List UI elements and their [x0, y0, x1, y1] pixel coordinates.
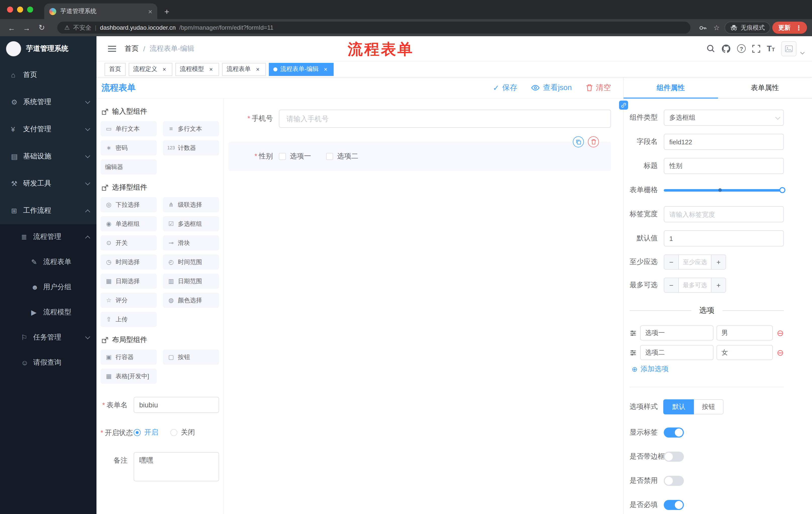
sidebar-item-workflow[interactable]: ⊞ 工作流程 — [0, 197, 96, 224]
reload-icon[interactable]: ↻ — [35, 21, 48, 34]
breadcrumb-home[interactable]: 首页 — [125, 44, 139, 53]
sidebar-item-process-model[interactable]: ▶ 流程模型 — [0, 300, 96, 325]
search-icon[interactable] — [706, 44, 715, 53]
min-select-input[interactable] — [679, 255, 711, 269]
option-value-input[interactable] — [717, 345, 773, 360]
max-select-input[interactable] — [679, 278, 711, 292]
sidebar-item-process-form[interactable]: ✎ 流程表单 — [0, 249, 96, 275]
label-width-input[interactable] — [664, 206, 784, 222]
palette-item-counter[interactable]: 123计数器 — [163, 140, 219, 155]
design-canvas[interactable]: 手机号 性别 — [224, 99, 623, 514]
tag-process-definition[interactable]: 流程定义 × — [128, 63, 172, 76]
plus-icon[interactable]: + — [711, 255, 726, 269]
sidebar-item-dev-tools[interactable]: ⚒ 研发工具 — [0, 170, 96, 197]
palette-item-textarea[interactable]: ≡多行文本 — [163, 121, 219, 136]
sidebar-logo[interactable]: 芋道管理系统 — [0, 36, 96, 61]
palette-item-input-text[interactable]: ▭单行文本 — [100, 121, 157, 136]
palette-item-row-container[interactable]: ▣行容器 — [100, 350, 157, 364]
component-type-select[interactable] — [664, 110, 784, 126]
drag-handle-icon[interactable] — [630, 330, 637, 336]
close-icon[interactable]: × — [207, 65, 214, 73]
new-tab-button[interactable]: + — [157, 7, 169, 19]
palette-item-time-range[interactable]: ◴时间范围 — [163, 254, 219, 270]
grid-slider[interactable] — [664, 182, 784, 198]
fullscreen-icon[interactable] — [752, 45, 760, 53]
minus-icon[interactable]: − — [664, 255, 679, 269]
avatar-caret-icon[interactable] — [801, 50, 805, 54]
font-size-icon[interactable]: TT — [767, 45, 775, 53]
minimize-window-button[interactable] — [17, 6, 23, 12]
field-phone[interactable]: 手机号 — [229, 110, 611, 128]
palette-item-select[interactable]: ◎下拉选择 — [100, 197, 157, 212]
show-label-toggle[interactable] — [664, 428, 684, 437]
github-icon[interactable] — [722, 44, 731, 53]
view-json-button[interactable]: 查看json — [531, 83, 572, 92]
palette-item-rich-editor[interactable]: 编辑器 — [100, 159, 157, 174]
bookmark-star-icon[interactable]: ☆ — [710, 22, 723, 34]
avatar[interactable] — [781, 41, 796, 56]
link-icon[interactable] — [619, 101, 628, 110]
delete-field-button[interactable] — [588, 136, 599, 147]
minus-icon[interactable]: − — [664, 278, 679, 292]
close-icon[interactable]: × — [161, 65, 168, 73]
palette-item-upload[interactable]: ⇧上传 — [100, 312, 157, 327]
plus-icon[interactable]: + — [711, 278, 726, 292]
sidebar-item-home[interactable]: ⌂ 首页 — [0, 61, 96, 88]
sidebar-item-system[interactable]: ⚙ 系统管理 — [0, 88, 96, 116]
palette-item-time-picker[interactable]: ◷时间选择 — [100, 254, 157, 270]
key-icon[interactable] — [696, 22, 708, 34]
remove-option-icon[interactable]: ⊖ — [777, 329, 784, 337]
option-name-input[interactable] — [640, 325, 714, 341]
checkbox-option-1[interactable]: 选项一 — [279, 152, 311, 161]
tag-process-model[interactable]: 流程模型 × — [175, 63, 219, 76]
drag-handle-icon[interactable] — [630, 349, 637, 356]
tag-home[interactable]: 首页 — [105, 63, 126, 76]
slider-track[interactable] — [664, 189, 784, 191]
palette-item-cascader[interactable]: ⋔级联选择 — [163, 197, 219, 212]
clear-button[interactable]: 清空 — [586, 83, 611, 92]
close-icon[interactable]: × — [322, 65, 329, 73]
max-select-stepper[interactable]: − + — [664, 278, 726, 293]
help-icon[interactable]: ? — [737, 44, 746, 53]
disabled-toggle[interactable] — [664, 476, 684, 486]
sidebar-item-process-management[interactable]: ≣ 流程管理 — [0, 224, 96, 249]
option-name-input[interactable] — [640, 345, 714, 360]
remove-option-icon[interactable]: ⊖ — [777, 348, 784, 357]
status-radio-on[interactable]: 开启 — [134, 428, 158, 437]
field-phone-input[interactable] — [279, 110, 611, 128]
close-icon[interactable]: × — [254, 65, 261, 73]
tab-component-props[interactable]: 组件属性 — [624, 77, 718, 98]
zoom-window-button[interactable] — [27, 6, 33, 12]
form-name-input[interactable] — [134, 397, 219, 413]
checkbox-icon[interactable] — [279, 153, 286, 160]
browser-menu-icon[interactable]: ⋮ — [792, 24, 805, 31]
palette-item-checkbox-group[interactable]: ☑多选框组 — [163, 216, 219, 231]
update-button[interactable]: 更新 ⋮ — [772, 22, 807, 34]
save-button[interactable]: ✓ 保存 — [493, 83, 517, 92]
checkbox-icon[interactable] — [326, 153, 333, 160]
palette-item-date-range[interactable]: ▥日期范围 — [163, 274, 219, 289]
palette-item-table[interactable]: ▦表格[开发中] — [100, 369, 157, 384]
tab-form-props[interactable]: 表单属性 — [718, 77, 812, 98]
sidebar-item-user-group[interactable]: ☻ 用户分组 — [0, 275, 96, 300]
add-option-button[interactable]: ⊕ 添加选项 — [632, 364, 784, 374]
copy-field-button[interactable] — [573, 136, 584, 147]
sidebar-item-infrastructure[interactable]: ▤ 基础设施 — [0, 143, 96, 170]
close-window-button[interactable] — [7, 6, 13, 12]
border-toggle[interactable] — [664, 452, 684, 462]
back-icon[interactable]: ← — [5, 21, 18, 34]
forward-icon[interactable]: → — [20, 21, 33, 34]
status-radio-off[interactable]: 关闭 — [170, 428, 195, 437]
field-gender-selected[interactable]: 性别 选项一 选项二 — [229, 142, 611, 171]
checkbox-option-2[interactable]: 选项二 — [326, 152, 358, 161]
sidebar-item-payment[interactable]: ¥ 支付管理 — [0, 116, 96, 143]
sidebar-item-leave-query[interactable]: ☺ 请假查询 — [0, 350, 96, 375]
palette-item-password[interactable]: ∗密码 — [100, 140, 157, 155]
style-button-button[interactable]: 按钮 — [694, 399, 724, 414]
style-default-button[interactable]: 默认 — [664, 399, 694, 414]
palette-item-date-picker[interactable]: ▦日期选择 — [100, 274, 157, 289]
slider-handle[interactable] — [779, 187, 785, 193]
palette-item-rate[interactable]: ☆评分 — [100, 293, 157, 308]
palette-item-color-picker[interactable]: ◍颜色选择 — [163, 293, 219, 308]
form-remark-textarea[interactable]: 嘿嘿 — [134, 452, 219, 481]
